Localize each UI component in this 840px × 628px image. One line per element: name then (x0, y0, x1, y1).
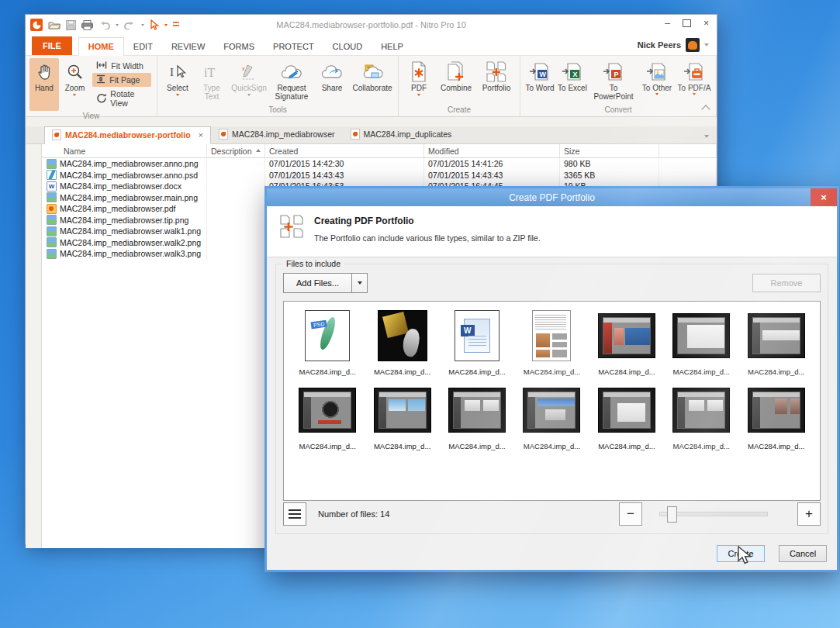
to-powerpoint-button[interactable]: P To PowerPoint (589, 58, 638, 105)
zoom-in-button[interactable]: + (797, 502, 821, 526)
file-thumbnail[interactable]: MAC284.imp_d... (293, 384, 361, 450)
column-header-created[interactable]: Created (265, 144, 424, 157)
zoom-tool-button[interactable]: Zoom (60, 58, 90, 111)
quicksign-label: QuickSign (231, 84, 267, 92)
to-word-button[interactable]: W To Word (524, 58, 555, 105)
menu-tab-edit[interactable]: EDIT (124, 38, 162, 55)
dialog-close-button[interactable]: × (811, 188, 837, 206)
png-file-icon (47, 159, 57, 169)
hand-tool-button[interactable]: Hand (29, 58, 59, 111)
hand-icon (36, 60, 53, 84)
document-tab[interactable]: MAC284.imp_mediabrowser (211, 126, 342, 143)
menu-tab-cloud[interactable]: CLOUD (323, 38, 372, 55)
select-button-dropdown-icon[interactable] (176, 94, 179, 96)
zoom-out-button[interactable]: − (619, 502, 642, 526)
file-thumbnail[interactable]: MAC284.imp_d... (368, 309, 436, 376)
undo-dropdown-icon[interactable] (116, 24, 119, 26)
avatar (686, 38, 700, 52)
account-widget[interactable]: Nick Peers (638, 38, 709, 52)
select-tool-icon[interactable] (150, 19, 159, 30)
menu-tab-review[interactable]: REVIEW (162, 38, 214, 55)
thumbnail-size-slider[interactable] (659, 512, 768, 516)
rotate-view-button[interactable]: Rotate View (92, 88, 151, 109)
file-thumbnail[interactable]: MAC284.imp_d... (742, 309, 811, 376)
cancel-button[interactable]: Cancel (779, 545, 827, 562)
minimize-button[interactable]: – (665, 19, 670, 28)
collaborate-button[interactable]: Collaborate (351, 58, 394, 105)
undo-icon[interactable] (99, 21, 110, 29)
redo-dropdown-icon[interactable] (141, 24, 144, 26)
list-view-button[interactable] (283, 502, 306, 526)
table-row[interactable]: MAC284.imp_mediabrowser.anno.png07/01/20… (42, 158, 717, 170)
file-name: MAC284.imp_mediabrowser.docx (60, 181, 181, 191)
portfolio-button[interactable]: Portfolio (477, 58, 516, 105)
column-header-size[interactable]: Size (560, 144, 659, 157)
select-button[interactable]: I Select (161, 58, 194, 105)
file-thumbnail[interactable]: MAC284.imp_d... (368, 384, 436, 450)
file-thumbnail[interactable]: MAC284.imp_d... (517, 309, 586, 376)
type-text-button[interactable]: iT Type Text (195, 58, 228, 105)
close-tab-icon[interactable]: × (199, 130, 203, 140)
file-thumbnail[interactable]: MAC284.imp_d... (667, 384, 735, 450)
create-pdf-button[interactable]: PDF (403, 58, 435, 105)
file-thumbnail[interactable]: MAC284.imp_d... (293, 309, 361, 376)
fit-width-button[interactable]: Fit Width (92, 60, 151, 72)
menu-tab-help[interactable]: HELP (372, 38, 413, 55)
to-other-button[interactable]: To Other (639, 58, 675, 105)
document-tab[interactable]: MAC284.mediabrowser-portfolio× (44, 126, 211, 144)
print-icon[interactable] (81, 20, 93, 30)
file-thumbnail[interactable]: MAC284.imp_d... (517, 384, 586, 450)
menu-tab-home[interactable]: HOME (78, 37, 124, 56)
add-files-button[interactable]: Add Files... (284, 274, 351, 292)
add-files-split-button[interactable]: Add Files... (283, 273, 368, 293)
svg-text:W: W (540, 71, 547, 78)
quicksign-dropdown-icon[interactable] (247, 94, 251, 96)
add-files-dropdown[interactable] (351, 274, 367, 292)
customize-qat-icon[interactable] (173, 21, 179, 29)
column-header-name[interactable]: Name (42, 144, 207, 157)
request-signature-button[interactable]: Request Signature (270, 58, 313, 105)
column-header-description[interactable]: Description (207, 144, 265, 157)
portfolio-label: Portfolio (482, 84, 511, 92)
file-thumbnail[interactable]: MAC284.imp_d... (593, 309, 661, 376)
column-header-modified[interactable]: Modified (424, 144, 560, 157)
to-pdfa-button[interactable]: To PDF/A (676, 58, 712, 105)
maximize-button[interactable] (683, 19, 691, 27)
file-thumbnail[interactable]: MAC284.imp_d... (593, 384, 661, 450)
to-other-dropdown-icon[interactable] (655, 93, 659, 95)
menu-tab-file[interactable]: FILE (32, 36, 72, 55)
combine-button[interactable]: Combine (437, 58, 475, 105)
menu-tab-forms[interactable]: FORMS (214, 38, 264, 55)
to-excel-button[interactable]: X To Excel (557, 58, 588, 105)
account-dropdown-icon[interactable] (704, 43, 709, 47)
document-tab[interactable]: MAC284.imp_duplicates (343, 126, 460, 143)
fit-width-icon (96, 61, 107, 71)
svg-text:iT: iT (204, 66, 215, 79)
close-button[interactable]: × (703, 19, 709, 28)
docx-file-icon: W (47, 181, 57, 192)
to-pdfa-label: To PDF/A (678, 84, 711, 92)
table-row[interactable]: MAC284.imp_mediabrowser.anno.psd07/01/20… (42, 170, 717, 181)
tab-list-dropdown-icon[interactable] (704, 135, 709, 138)
file-size: 3365 KB (560, 170, 659, 181)
open-file-icon[interactable] (48, 20, 60, 29)
quicksign-button[interactable]: x QuickSign (230, 58, 268, 105)
create-pdf-dropdown-icon[interactable] (417, 94, 420, 96)
redo-icon[interactable] (124, 21, 136, 29)
file-thumbnail[interactable]: MAC284.imp_d... (742, 384, 811, 450)
select-dropdown-icon[interactable] (164, 24, 168, 26)
zoom-dropdown-icon[interactable] (73, 94, 76, 96)
remove-button[interactable]: Remove (752, 274, 821, 292)
file-modified: 07/01/2015 14:43:43 (424, 170, 560, 181)
save-icon[interactable] (66, 20, 76, 30)
file-thumbnail[interactable]: MAC284.imp_d... (443, 309, 511, 376)
fit-page-button[interactable]: Fit Page (92, 73, 151, 87)
to-pdfa-dropdown-icon[interactable] (693, 93, 696, 95)
thumbnail-label: MAC284.imp_d... (524, 367, 580, 376)
file-thumbnail[interactable]: MAC284.imp_d... (443, 384, 511, 450)
thumbnail-row: MAC284.imp_d...MAC284.imp_d...MAC284.imp… (284, 376, 820, 450)
share-button[interactable]: Share (315, 58, 349, 105)
menu-tab-protect[interactable]: PROTECT (264, 38, 323, 55)
file-thumbnail[interactable]: MAC284.imp_d... (667, 309, 735, 376)
slider-thumb[interactable] (667, 506, 677, 523)
